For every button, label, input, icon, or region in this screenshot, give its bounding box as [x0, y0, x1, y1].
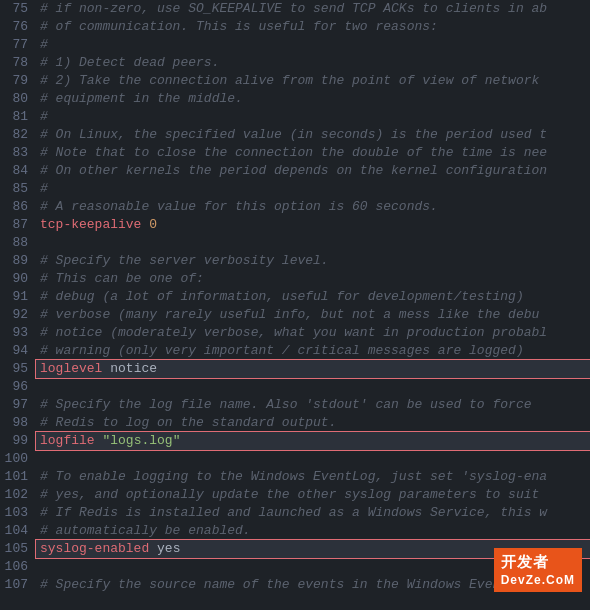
code-line: 95loglevel notice — [0, 360, 590, 378]
code-line: 98# Redis to log on the standard output. — [0, 414, 590, 432]
line-content: # warning (only very important / critica… — [36, 342, 590, 360]
code-line: 83# Note that to close the connection th… — [0, 144, 590, 162]
line-number: 107 — [0, 576, 36, 594]
line-number: 85 — [0, 180, 36, 198]
line-number: 79 — [0, 72, 36, 90]
line-number: 106 — [0, 558, 36, 576]
code-line: 99logfile "logs.log" — [0, 432, 590, 450]
code-line: 96 — [0, 378, 590, 396]
line-number: 102 — [0, 486, 36, 504]
line-content: # — [36, 180, 590, 198]
code-line: 102# yes, and optionally update the othe… — [0, 486, 590, 504]
code-line: 77# — [0, 36, 590, 54]
code-line: 86# A reasonable value for this option i… — [0, 198, 590, 216]
line-number: 100 — [0, 450, 36, 468]
code-line: 94# warning (only very important / criti… — [0, 342, 590, 360]
code-line: 103# If Redis is installed and launched … — [0, 504, 590, 522]
line-number: 99 — [0, 432, 36, 450]
watermark-line2: DevZe.CoM — [501, 572, 575, 589]
line-number: 93 — [0, 324, 36, 342]
code-line: 78# 1) Detect dead peers. — [0, 54, 590, 72]
watermark-line1: 开发者 — [501, 551, 575, 572]
line-number: 86 — [0, 198, 36, 216]
code-line: 79# 2) Take the connection alive from th… — [0, 72, 590, 90]
line-number: 76 — [0, 18, 36, 36]
code-line: 76# of communication. This is useful for… — [0, 18, 590, 36]
code-line: 97# Specify the log file name. Also 'std… — [0, 396, 590, 414]
line-content — [36, 450, 590, 468]
line-number: 78 — [0, 54, 36, 72]
code-line: 75# if non-zero, use SO_KEEPALIVE to sen… — [0, 0, 590, 18]
line-number: 83 — [0, 144, 36, 162]
line-content: tcp-keepalive 0 — [36, 216, 590, 234]
code-line: 101# To enable logging to the Windows Ev… — [0, 468, 590, 486]
line-content: # To enable logging to the Windows Event… — [36, 468, 590, 486]
line-content: # debug (a lot of information, useful fo… — [36, 288, 590, 306]
line-content — [36, 378, 590, 396]
line-number: 94 — [0, 342, 36, 360]
line-content — [36, 234, 590, 252]
line-number: 105 — [0, 540, 36, 558]
line-content: loglevel notice — [36, 360, 590, 378]
line-number: 97 — [0, 396, 36, 414]
line-content: # yes, and optionally update the other s… — [36, 486, 590, 504]
code-line: 88 — [0, 234, 590, 252]
line-content: # Redis to log on the standard output. — [36, 414, 590, 432]
line-number: 101 — [0, 468, 36, 486]
line-number: 104 — [0, 522, 36, 540]
line-number: 80 — [0, 90, 36, 108]
line-content: # 2) Take the connection alive from the … — [36, 72, 590, 90]
line-content: # 1) Detect dead peers. — [36, 54, 590, 72]
line-content: # Specify the server verbosity level. — [36, 252, 590, 270]
code-line: 89# Specify the server verbosity level. — [0, 252, 590, 270]
line-content: # verbose (many rarely useful info, but … — [36, 306, 590, 324]
code-line: 92# verbose (many rarely useful info, bu… — [0, 306, 590, 324]
line-number: 95 — [0, 360, 36, 378]
code-line: 93# notice (moderately verbose, what you… — [0, 324, 590, 342]
line-number: 98 — [0, 414, 36, 432]
line-content: # if non-zero, use SO_KEEPALIVE to send … — [36, 0, 590, 18]
line-number: 103 — [0, 504, 36, 522]
code-line: 80# equipment in the middle. — [0, 90, 590, 108]
code-line: 104# automatically be enabled. — [0, 522, 590, 540]
line-number: 96 — [0, 378, 36, 396]
line-number: 89 — [0, 252, 36, 270]
line-content: # Note that to close the connection the … — [36, 144, 590, 162]
code-line: 100 — [0, 450, 590, 468]
line-content: # Specify the log file name. Also 'stdou… — [36, 396, 590, 414]
code-line: 87tcp-keepalive 0 — [0, 216, 590, 234]
line-number: 90 — [0, 270, 36, 288]
line-content: # — [36, 36, 590, 54]
line-content: # On other kernels the period depends on… — [36, 162, 590, 180]
line-content: logfile "logs.log" — [36, 432, 590, 450]
code-line: 91# debug (a lot of information, useful … — [0, 288, 590, 306]
line-content: # A reasonable value for this option is … — [36, 198, 590, 216]
line-number: 75 — [0, 0, 36, 18]
code-line: 84# On other kernels the period depends … — [0, 162, 590, 180]
line-number: 92 — [0, 306, 36, 324]
line-content: # If Redis is installed and launched as … — [36, 504, 590, 522]
line-content: # notice (moderately verbose, what you w… — [36, 324, 590, 342]
code-line: 90# This can be one of: — [0, 270, 590, 288]
line-content: # This can be one of: — [36, 270, 590, 288]
line-content: # On Linux, the specified value (in seco… — [36, 126, 590, 144]
line-number: 77 — [0, 36, 36, 54]
line-number: 87 — [0, 216, 36, 234]
line-content: # automatically be enabled. — [36, 522, 590, 540]
line-content: # equipment in the middle. — [36, 90, 590, 108]
line-number: 91 — [0, 288, 36, 306]
code-line: 81# — [0, 108, 590, 126]
line-number: 84 — [0, 162, 36, 180]
line-number: 81 — [0, 108, 36, 126]
code-line: 82# On Linux, the specified value (in se… — [0, 126, 590, 144]
code-editor: 75# if non-zero, use SO_KEEPALIVE to sen… — [0, 0, 590, 610]
line-number: 82 — [0, 126, 36, 144]
line-content: # — [36, 108, 590, 126]
code-line: 85# — [0, 180, 590, 198]
line-number: 88 — [0, 234, 36, 252]
line-content: # of communication. This is useful for t… — [36, 18, 590, 36]
watermark: 开发者DevZe.CoM — [494, 548, 582, 592]
